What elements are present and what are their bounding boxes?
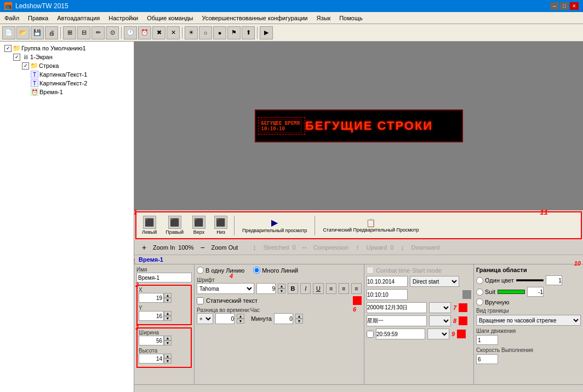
static-text-checkbox[interactable]	[197, 297, 204, 304]
edit-button[interactable]: ✏	[92, 26, 105, 39]
minute-up[interactable]: ▲	[295, 314, 303, 319]
width-down-button[interactable]: ▼	[164, 341, 172, 345]
tree-item-time[interactable]: ⏰ Время-1	[2, 88, 132, 96]
minimize-button[interactable]: ─	[550, 2, 559, 10]
date-input[interactable]	[367, 276, 408, 287]
close-button[interactable]: ✕	[570, 2, 579, 10]
new-button[interactable]: 📄	[2, 26, 15, 39]
play-button[interactable]: ▶	[260, 26, 273, 39]
menu-help[interactable]: Помощь	[335, 14, 367, 22]
delete-button[interactable]: ✖	[152, 26, 165, 39]
x-up-button[interactable]: ▲	[164, 293, 172, 298]
single-line-input[interactable]	[197, 267, 204, 274]
font-size-up[interactable]: ▲	[278, 284, 285, 289]
border-suit-radio[interactable]: Suit	[476, 289, 495, 296]
group-checkbox[interactable]: ✓	[4, 45, 12, 52]
grid-button[interactable]: ⊞	[63, 26, 76, 39]
y-up-button[interactable]: ▲	[164, 311, 172, 316]
date2-select[interactable]	[429, 302, 451, 313]
time-input[interactable]	[367, 289, 408, 300]
upward-button[interactable]: ↑	[352, 242, 363, 253]
window-controls[interactable]: ─ □ ✕	[550, 2, 579, 10]
hour-spin[interactable]: ▲ ▼	[237, 314, 244, 324]
single-line-radio[interactable]: В одну Линию	[197, 267, 244, 274]
hour-up[interactable]: ▲	[237, 314, 244, 319]
weekday-select[interactable]	[429, 315, 451, 326]
x-input[interactable]	[139, 293, 164, 303]
font-select[interactable]: Tahoma	[197, 283, 254, 294]
compression-button[interactable]: ↔	[299, 242, 310, 253]
border-single-value-input[interactable]	[546, 275, 562, 285]
font-size-down[interactable]: ▼	[278, 289, 285, 293]
hour-down[interactable]: ▼	[237, 319, 244, 324]
alarm-button[interactable]: ⏰	[138, 26, 151, 39]
border-single-input[interactable]	[476, 277, 483, 284]
height-spin-buttons[interactable]: ▲ ▼	[164, 354, 172, 364]
minute-input[interactable]	[274, 313, 293, 324]
dot-button[interactable]: ●	[213, 26, 226, 39]
underline-button[interactable]: U	[313, 283, 323, 294]
name-input[interactable]	[136, 273, 192, 283]
tree-item-pic2[interactable]: T Картинка/Текст-2	[2, 79, 132, 88]
flag-button[interactable]: ⚑	[227, 26, 241, 39]
width-input[interactable]	[139, 336, 164, 345]
open-button[interactable]: 📂	[16, 26, 30, 39]
y-input[interactable]	[139, 311, 164, 321]
menu-language[interactable]: Язык	[312, 14, 335, 22]
print-button[interactable]: 🖨	[45, 26, 58, 39]
menu-settings[interactable]: Настройки	[104, 14, 142, 22]
date2-color-btn[interactable]	[459, 303, 467, 312]
align-right-text-button[interactable]: ≡	[351, 283, 362, 294]
arrow-button[interactable]: ⬆	[242, 26, 255, 39]
align-top-button[interactable]: ⬛ Верх	[190, 215, 208, 236]
static-preview-button[interactable]: 📋 Статический Предварительный Просмотр	[319, 217, 422, 234]
screen-checkbox[interactable]: ✓	[13, 54, 20, 61]
font-size-input[interactable]	[256, 283, 276, 294]
font-size-spin[interactable]: ▲ ▼	[278, 284, 285, 293]
stretched-button[interactable]: ↕	[249, 242, 260, 253]
cross-button[interactable]: ✕	[167, 26, 180, 39]
save-button[interactable]: 💾	[31, 26, 44, 39]
tree-item-group[interactable]: ✓ 📁 Группа по Умолчанию1	[2, 44, 132, 53]
minute-down[interactable]: ▼	[295, 319, 303, 324]
circle-button[interactable]: ⊙	[106, 26, 119, 39]
grid2-button[interactable]: ⊟	[77, 26, 90, 39]
downward-button[interactable]: ↓	[397, 242, 408, 253]
width-up-button[interactable]: ▲	[164, 336, 172, 341]
menu-advanced[interactable]: Усовершенствованные конфигурации	[198, 14, 312, 22]
zoom-in-button[interactable]: +	[139, 242, 150, 253]
scrollbar-bottom[interactable]	[134, 384, 583, 392]
time2-color-btn[interactable]	[457, 330, 466, 338]
time-diff-hour-input[interactable]	[215, 313, 235, 324]
multi-line-input[interactable]	[253, 267, 260, 274]
clock-button[interactable]: 🕐	[124, 26, 137, 39]
border-single-radio[interactable]: Один цвет	[476, 277, 514, 284]
circle2-button[interactable]: ○	[199, 26, 212, 39]
border-suit-input[interactable]	[476, 289, 483, 296]
italic-button[interactable]: I	[300, 283, 311, 294]
sun-button[interactable]: ☀	[185, 26, 198, 39]
steps-input[interactable]	[476, 335, 498, 345]
border-type-select[interactable]: Вращение по часовой стрелке	[476, 315, 581, 326]
menu-file[interactable]: Файл	[0, 14, 24, 22]
bold-button[interactable]: B	[288, 283, 298, 294]
time-diff-sign-select[interactable]: + -	[197, 313, 213, 324]
time2-checkbox[interactable]	[367, 331, 374, 338]
row-checkbox[interactable]: ✓	[22, 62, 29, 70]
time2-select[interactable]	[427, 328, 449, 339]
menu-edit[interactable]: Правка	[24, 14, 53, 22]
tree-item-row[interactable]: ✓ 📁 Строка	[2, 61, 132, 70]
time-color-btn[interactable]	[462, 290, 471, 299]
y-down-button[interactable]: ▼	[164, 316, 172, 321]
speed-input[interactable]	[476, 354, 498, 364]
minute-spin[interactable]: ▲ ▼	[295, 314, 303, 324]
date2-input[interactable]	[367, 302, 427, 313]
height-up-button[interactable]: ▲	[164, 354, 172, 359]
multi-line-radio[interactable]: Много Линий	[253, 267, 298, 274]
border-suit-value-input[interactable]	[527, 287, 544, 297]
zoom-out-button[interactable]: −	[197, 242, 208, 253]
direct-start-select[interactable]: Direct start	[410, 276, 459, 287]
y-spin-buttons[interactable]: ▲ ▼	[164, 311, 172, 321]
x-down-button[interactable]: ▼	[164, 298, 172, 303]
weekday-input[interactable]	[367, 315, 427, 326]
